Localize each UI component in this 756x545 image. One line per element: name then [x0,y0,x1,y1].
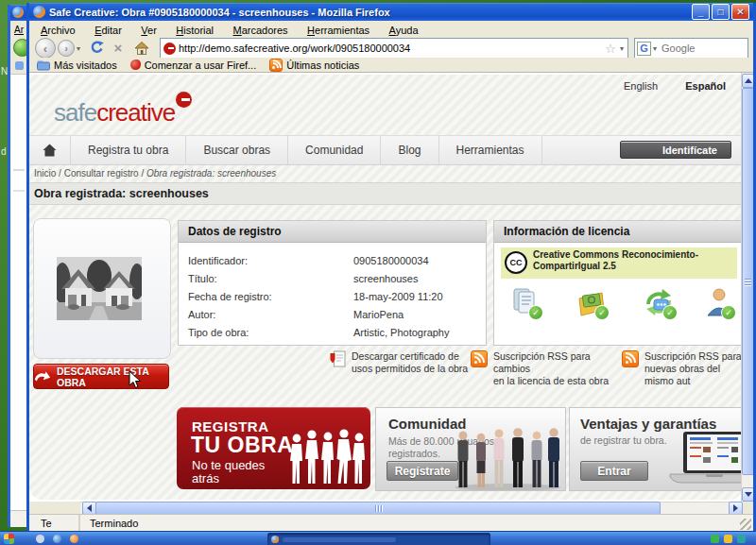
background-window-menu-fragment: Ar [14,25,24,35]
scroll-right-button[interactable] [729,502,743,515]
bookmark-star-icon[interactable]: ☆ [605,42,616,56]
field-value: screenhouses [353,270,419,288]
url-dropdown-icon[interactable]: ▾ [616,44,627,53]
tray-icon[interactable] [711,535,719,543]
menu-editar[interactable]: Editar [87,23,129,39]
url-bar[interactable]: ☆ ▾ [160,38,628,59]
stop-button[interactable]: × [111,39,126,56]
minimize-button[interactable]: _ [692,4,710,20]
content-viewport: English Español safecreative Registra tu… [29,72,753,502]
start-button[interactable] [4,534,14,544]
forward-button[interactable]: › [58,40,75,57]
safecreative-logo-icon [176,92,192,108]
horizontal-scrollbar[interactable] [29,502,753,514]
nav-comunidad[interactable]: Comunidad [287,136,380,164]
nav-buscar-obras[interactable]: Buscar obras [185,136,287,164]
firefox-icon [33,6,45,18]
nav-herramientas[interactable]: Herramientas [438,136,542,164]
site-logo[interactable]: safecreative [54,92,192,129]
certificate-icon [330,350,346,368]
language-link-espanol[interactable]: Español [685,80,726,92]
work-thumbnail-image[interactable] [57,257,142,320]
page-title: Obra registrada: screenhouses [34,187,209,200]
reload-icon [90,41,104,55]
register-your-work-banner[interactable]: REGISTRA TU OBRA No te quedes atrás [177,407,370,489]
menu-archivo[interactable]: Archivo [33,23,83,39]
nav-home[interactable] [29,136,70,164]
bookmark-latest-news[interactable]: Últimas noticias [269,59,359,72]
bookmark-label: Comenzar a usar Firef... [145,60,257,71]
horizontal-scroll-thumb[interactable] [95,502,661,515]
banner-line: TU OBRA [191,433,293,458]
cc-license-box[interactable]: CC Creative Commons Reconocimiento-Compa… [501,247,737,279]
rss-new-works-link[interactable]: Suscripción RSS paranuevas obras del mis… [622,350,749,387]
menu-ver[interactable]: Ver [133,23,164,39]
taskbar-window-button[interactable] [267,533,490,545]
mouse-cursor [129,370,142,389]
search-engine-icon[interactable]: G [637,42,651,56]
advantages-banner: Ventajas y garantías de registrar tu obr… [569,407,753,491]
tray-icon[interactable] [724,535,732,543]
scroll-down-button[interactable] [742,487,753,502]
field-value[interactable]: MarioPena [353,306,404,324]
maximize-button[interactable]: □ [712,4,730,20]
firefox-icon [271,536,279,543]
resize-grip[interactable] [740,519,751,530]
vertical-scrollbar[interactable] [741,73,753,502]
rss-license-changes-link[interactable]: Suscripción RSS para cambiosen la licenc… [471,350,627,387]
bookmark-getting-started[interactable]: Comenzar a usar Firef... [130,60,257,71]
cc-license-label: Creative Commons Reconocimiento-Comparti… [533,249,733,272]
scroll-left-button[interactable] [82,502,96,515]
close-button[interactable]: ✕ [731,4,749,20]
bookmark-most-visited[interactable]: Más visitados [37,60,117,71]
license-commercial-use-icon[interactable]: ✓ [577,287,606,317]
reload-button[interactable] [88,40,105,55]
vertical-scroll-thumb[interactable] [742,88,753,475]
login-button[interactable]: Identifícate [620,141,731,159]
nav-blog[interactable]: Blog [380,136,438,164]
check-icon: ✓ [594,305,610,320]
window-titlebar[interactable]: Safe Creative: Obra #0905180000034 - scr… [29,3,753,21]
certificate-download-link[interactable]: Descargar certificado deusos permitidos … [330,350,472,375]
quicklaunch-icon[interactable] [70,535,78,543]
site-favicon [163,43,176,55]
registration-data-panel: Datos de registro Identificador: 0905180… [178,220,487,346]
enter-button[interactable]: Entrar [580,461,648,481]
license-share-icon[interactable]: ✓ [644,287,674,317]
home-button[interactable] [133,40,150,55]
tray-icon[interactable] [737,535,746,543]
search-input[interactable] [659,43,756,54]
bookmark-label: Más visitados [54,60,117,71]
language-link-english[interactable]: English [624,80,658,92]
menu-herramientas[interactable]: Herramientas [300,23,377,39]
registration-row: Tipo de obra: Artistic, Photography [188,324,476,342]
menu-historial[interactable]: Historial [168,23,221,39]
license-attribution-icon[interactable]: ✓ [706,287,732,317]
breadcrumb-path[interactable]: Inicio / Consultar registro / [34,168,146,179]
field-value: 18-may-2009 11:20 [353,288,443,306]
search-engine-dropdown-icon[interactable]: ▾ [651,44,659,53]
download-work-button[interactable]: DESCARGAR ESTA OBRA [33,364,169,389]
link-label: Descargar certificado deusos permitidos … [352,350,468,375]
screen: { "desktop": {"icon_fragments": ["N", "d… [0,0,756,545]
getting-started-icon [130,60,141,70]
desktop-icon-label-fragment: d [1,146,7,157]
firefox-icon [12,7,24,18]
signup-button[interactable]: Regístrate [387,461,458,481]
nav-registra-tu-obra[interactable]: Registra tu obra [70,136,185,164]
banner-line: atrás [192,471,219,485]
field-label: Fecha de registro: [188,288,353,306]
url-input[interactable] [176,43,605,54]
home-icon [134,41,149,55]
back-button[interactable]: ‹ [35,38,56,59]
menu-ayuda[interactable]: Ayuda [382,23,426,39]
menu-marcadores[interactable]: Marcadores [226,23,296,39]
quicklaunch-icon[interactable] [36,535,44,543]
folder-icon [37,60,50,71]
history-dropdown-icon[interactable]: ▾ [77,44,80,53]
advantages-title: Ventajas y garantías [580,416,716,432]
license-copy-allowed-icon[interactable]: ✓ [511,287,540,317]
scroll-up-button[interactable] [742,74,753,88]
search-box[interactable]: G ▾ [634,38,748,59]
quicklaunch-icon[interactable] [53,535,61,543]
